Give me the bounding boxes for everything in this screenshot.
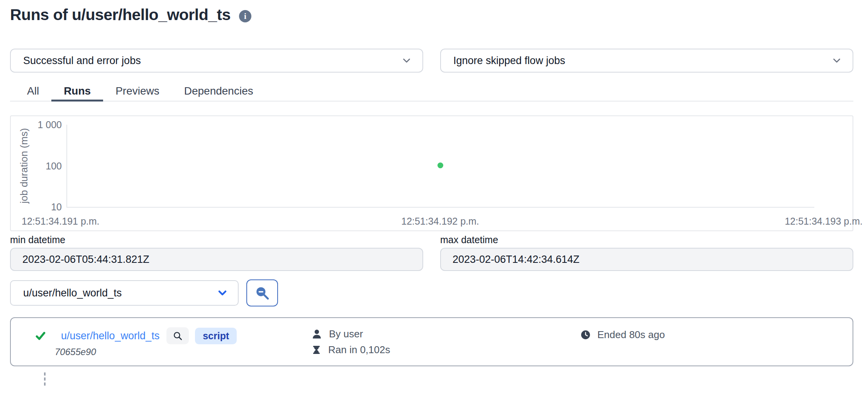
datetime-filters: min datetime max datetime [10,234,853,271]
chart-x-axis-line [66,207,814,208]
max-datetime-label: max datetime [440,234,853,245]
zoom-out-icon [255,286,270,300]
run-row: u/user/hello_world_ts script 70655e90 By… [10,317,853,366]
run-by-row: By user [312,328,581,340]
run-by-text: By user [329,328,363,340]
skipped-flow-select-value: Ignore skipped flow jobs [453,55,565,67]
run-main: u/user/hello_world_ts script 70655e90 [35,327,312,366]
run-duration-text: Ran in 0,102s [328,344,390,356]
run-ended-text: Ended 80s ago [597,329,665,341]
script-path-select-value: u/user/hello_world_ts [23,287,122,299]
chevron-down-icon [401,55,412,66]
chart-x-tick: 12:51:34.193 p.m. [785,216,863,227]
max-datetime-group: max datetime [440,234,853,271]
min-datetime-group: min datetime [10,234,423,271]
chart-y-tick: 1 000 [11,119,62,130]
success-check-icon [35,330,46,342]
runs-page: Runs of u/user/hello_world_ts i Successf… [0,0,868,386]
min-datetime-input[interactable] [10,248,423,271]
script-path-select[interactable]: u/user/hello_world_ts [10,280,239,306]
run-ended: Ended 80s ago [581,327,841,366]
tab-previews[interactable]: Previews [103,83,172,102]
search-icon [173,331,183,341]
job-status-select[interactable]: Successful and error jobs [10,49,423,73]
chart-y-tick: 100 [11,160,62,172]
chevron-down-icon [831,55,843,66]
chart-x-tick: 12:51:34.191 p.m. [22,216,100,227]
run-ended-row: Ended 80s ago [581,329,841,341]
run-duration-row: Ran in 0,102s [312,344,581,356]
timeline-connector [44,372,46,386]
chart-y-axis-line [66,125,67,208]
run-inspect-button[interactable] [166,327,189,344]
run-path-link[interactable]: u/user/hello_world_ts [61,330,159,342]
page-title: Runs of u/user/hello_world_ts [10,6,231,24]
skipped-flow-select[interactable]: Ignore skipped flow jobs [440,49,853,73]
run-job-id: 70655e90 [55,347,312,357]
person-icon [312,329,322,339]
tab-all[interactable]: All [15,83,51,102]
clock-icon [581,330,590,340]
max-datetime-input[interactable] [440,248,853,271]
tab-dependencies[interactable]: Dependencies [172,83,266,102]
chevron-down-icon [216,287,229,299]
job-status-select-value: Successful and error jobs [23,55,141,67]
info-icon[interactable]: i [239,10,251,22]
page-header: Runs of u/user/hello_world_ts i [10,5,853,24]
min-datetime-label: min datetime [10,234,423,245]
hourglass-icon [312,345,321,355]
run-datapoint[interactable] [437,162,443,168]
path-filter-row: u/user/hello_world_ts [10,279,853,306]
run-main-line: u/user/hello_world_ts script [35,327,312,344]
zoom-out-button[interactable] [246,279,278,306]
tab-bar: All Runs Previews Dependencies [10,83,853,102]
run-meta: By user Ran in 0,102s [312,327,581,366]
tab-runs[interactable]: Runs [51,83,103,102]
filters-row: Successful and error jobs Ignore skipped… [10,49,853,73]
chart-y-tick: 10 [11,201,62,213]
runs-duration-chart: job duration (ms) 1 000 100 10 12:51:34.… [10,115,853,231]
chart-x-tick: 12:51:34.192 p.m. [401,216,479,227]
job-kind-badge: script [195,328,237,344]
